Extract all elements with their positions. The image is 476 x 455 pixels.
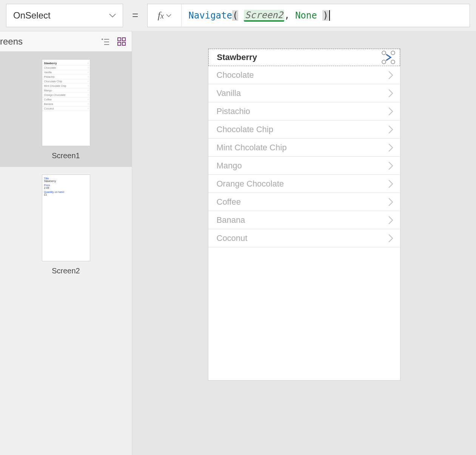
chevron-right-icon[interactable] — [388, 234, 393, 243]
gallery-row[interactable]: Vanilla — [208, 84, 400, 102]
svg-rect-6 — [118, 42, 121, 45]
thumb-row: Stawberry› — [42, 61, 90, 66]
gallery-row[interactable]: Coconut — [208, 229, 400, 247]
chevron-down-icon — [109, 14, 116, 18]
formula-toolbar: OnSelect = fx Navigate( Screen2, None ) — [0, 0, 476, 31]
equals-sign: = — [131, 9, 140, 22]
thumb-field-value: 2.49 — [42, 187, 90, 190]
comma: , — [284, 10, 290, 21]
device-preview: Stawberry Chocolate Vanilla — [208, 48, 401, 381]
thumb-field-label: Price — [42, 183, 90, 187]
gallery-row[interactable]: Pistachio — [208, 102, 400, 120]
thumb-row: Chocolate› — [42, 66, 90, 70]
selection-handles[interactable] — [381, 50, 396, 65]
gallery-item-label: Banana — [217, 215, 245, 225]
gallery-item-label: Pistachio — [217, 106, 250, 116]
thumb-row: Pistachio› — [42, 75, 90, 79]
screen-thumbnail-1[interactable]: Stawberry› Chocolate› Vanilla› Pistachio… — [0, 52, 132, 167]
chevron-right-icon[interactable] — [388, 143, 393, 152]
chevron-right-icon[interactable] — [388, 161, 393, 170]
gallery-item-label: Coconut — [217, 233, 248, 243]
gallery-row[interactable]: Mango — [208, 157, 400, 175]
svg-rect-5 — [122, 38, 125, 41]
gallery-item-label: Coffee — [217, 197, 241, 207]
formula-bar: fx Navigate( Screen2, None ) — [147, 4, 470, 27]
screens-panel-header: reens — [0, 31, 132, 52]
thumb-row: Chocolate Chip› — [42, 79, 90, 84]
gallery-row[interactable]: Orange Chocolate — [208, 175, 400, 193]
screen2-preview: Title Stawberry Price 2.49 Quantity on h… — [42, 174, 90, 261]
screen-thumbnails: Stawberry› Chocolate› Vanilla› Pistachio… — [0, 52, 132, 282]
thumb-row: Orange Chocolate› — [42, 93, 90, 97]
thumb-field-value: Stawberry — [42, 180, 90, 183]
svg-rect-4 — [118, 38, 121, 41]
screens-panel-view-icons — [101, 37, 126, 46]
gallery-item-label: Mint Chcolate Chip — [217, 143, 287, 153]
chevron-right-icon[interactable] — [388, 197, 393, 207]
formula-arg-transition: None — [295, 10, 317, 21]
chevron-right-icon[interactable] — [388, 216, 393, 225]
thumb-field-label: Quantity on hand — [42, 190, 90, 193]
chevron-right-icon[interactable] — [388, 107, 393, 116]
gallery-row[interactable]: Coffee — [208, 193, 400, 211]
thumb-row: Mint Chcolate Chip› — [42, 84, 90, 88]
chevron-right-icon[interactable] — [388, 179, 393, 188]
screens-panel-title: reens — [0, 36, 23, 47]
svg-point-11 — [391, 60, 395, 64]
thumb-row: Coconut› — [42, 106, 90, 111]
fx-label: fx — [158, 10, 164, 21]
fx-button[interactable]: fx — [148, 4, 182, 27]
gallery-item-label: Chocolate Chip — [217, 125, 273, 134]
formula-function: Navigate — [188, 10, 232, 21]
thumb-row: Mango› — [42, 88, 90, 93]
thumb-field-value: 11 — [42, 193, 90, 197]
screen-thumbnail-2[interactable]: Title Stawberry Price 2.49 Quantity on h… — [0, 167, 132, 282]
property-dropdown[interactable]: OnSelect — [6, 4, 123, 27]
canvas-area[interactable]: Stawberry Chocolate Vanilla — [132, 31, 476, 455]
thumb-field-label: Title — [42, 176, 90, 180]
svg-point-10 — [382, 60, 386, 64]
chevron-right-icon[interactable] — [388, 89, 393, 98]
paren-close: ) — [322, 10, 328, 21]
thumb-row: Banana› — [42, 102, 90, 106]
gallery-row[interactable]: Chocolate — [208, 66, 400, 84]
chevron-right-icon[interactable] — [388, 71, 393, 80]
thumbnail-view-icon[interactable] — [117, 37, 126, 46]
gallery-item-label: Mango — [217, 161, 242, 171]
gallery-item-label: Orange Chocolate — [217, 179, 284, 189]
svg-point-8 — [382, 51, 386, 55]
property-dropdown-value: OnSelect — [13, 10, 51, 21]
gallery-item-label: Chocolate — [217, 70, 254, 80]
paren-open: ( — [232, 10, 238, 21]
gallery-row-selected[interactable]: Stawberry — [208, 49, 400, 66]
formula-arg-screen: Screen2 — [244, 10, 284, 22]
gallery-item-label: Vanilla — [217, 88, 241, 98]
screen1-preview: Stawberry› Chocolate› Vanilla› Pistachio… — [42, 59, 90, 146]
gallery-row[interactable]: Banana — [208, 211, 400, 229]
gallery-row[interactable]: Chocolate Chip — [208, 120, 400, 139]
svg-point-9 — [391, 51, 395, 55]
svg-point-0 — [102, 39, 103, 40]
screen-thumbnail-1-label: Screen1 — [52, 151, 80, 160]
formula-input[interactable]: Navigate( Screen2, None ) — [182, 10, 330, 22]
main-area: reens Stawberry› — [0, 31, 476, 455]
thumb-row: Coffee› — [42, 97, 90, 102]
screen-thumbnail-2-label: Screen2 — [52, 267, 80, 275]
screens-panel: reens Stawberry› — [0, 31, 132, 455]
svg-rect-7 — [122, 42, 125, 45]
tree-view-icon[interactable] — [101, 38, 110, 45]
chevron-right-icon[interactable] — [388, 125, 393, 134]
gallery-item-label: Stawberry — [217, 52, 257, 62]
chevron-down-icon — [166, 14, 171, 17]
thumb-row: Vanilla› — [42, 70, 90, 75]
gallery-row[interactable]: Mint Chcolate Chip — [208, 139, 400, 157]
text-cursor — [329, 10, 330, 21]
